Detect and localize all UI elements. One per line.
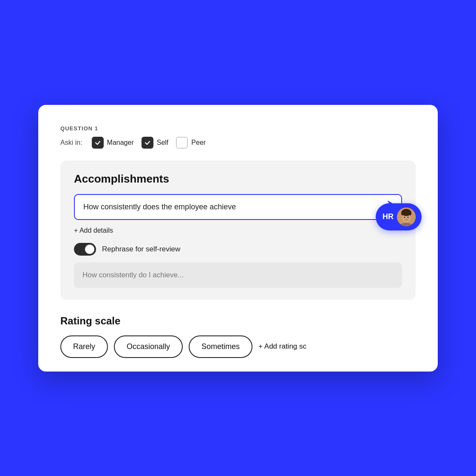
rating-pill-occasionally[interactable]: Occasionally <box>114 335 183 358</box>
self-review-input[interactable] <box>74 262 402 288</box>
checkbox-manager[interactable]: Manager <box>92 137 134 149</box>
accomplishments-title: Accomplishments <box>74 172 402 186</box>
rephrase-toggle[interactable] <box>74 243 96 256</box>
question-input-wrapper <box>74 194 402 220</box>
add-rating-button[interactable]: + Add rating sc <box>258 342 306 351</box>
svg-point-3 <box>402 209 411 216</box>
rating-pills-container: Rarely Occasionally Sometimes + Add rati… <box>60 335 416 372</box>
checkbox-self-label: Self <box>157 139 169 146</box>
question-input[interactable] <box>74 194 402 220</box>
accomplishments-section: Accomplishments HR <box>60 161 416 300</box>
checkbox-self[interactable]: Self <box>142 137 169 149</box>
rating-pill-rarely[interactable]: Rarely <box>60 335 108 358</box>
page-background: QUESTION 1 Aski in: Manager S <box>0 0 476 476</box>
question-label: QUESTION 1 <box>60 125 416 132</box>
checkbox-peer[interactable]: Peer <box>176 137 206 149</box>
rephrase-row: Rephrase for self-review <box>74 243 402 256</box>
checkbox-peer-label: Peer <box>191 139 206 146</box>
checkbox-manager-box[interactable] <box>92 137 104 149</box>
rating-pill-sometimes[interactable]: Sometimes <box>189 335 252 358</box>
rephrase-label: Rephrase for self-review <box>102 245 180 253</box>
hr-badge-label: HR <box>382 212 394 221</box>
svg-point-5 <box>408 217 409 218</box>
ask-in-row: Aski in: Manager Self <box>60 137 416 149</box>
toggle-knob <box>85 245 94 254</box>
add-details-button[interactable]: + Add details <box>74 227 402 234</box>
rating-scale-title: Rating scale <box>60 315 416 327</box>
main-card: QUESTION 1 Aski in: Manager S <box>38 105 438 372</box>
rating-scale-section: Rating scale Rarely Occasionally Sometim… <box>60 315 416 372</box>
hr-badge[interactable]: HR <box>376 203 422 230</box>
ask-in-label: Aski in: <box>60 139 82 146</box>
checkbox-self-box[interactable] <box>142 137 153 149</box>
checkbox-peer-box[interactable] <box>176 137 188 149</box>
add-details-label: + Add details <box>74 227 113 234</box>
hr-avatar <box>397 207 416 226</box>
checkbox-manager-label: Manager <box>107 139 134 146</box>
svg-point-4 <box>404 217 405 218</box>
